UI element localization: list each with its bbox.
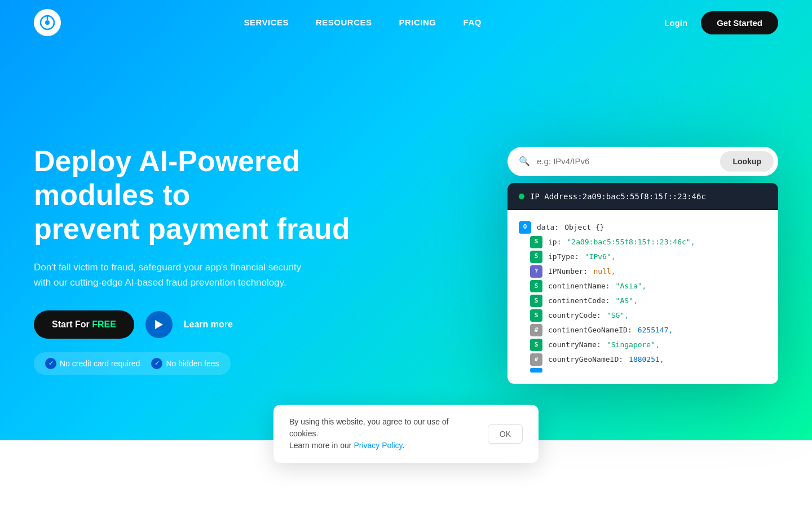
free-label: FREE [92, 319, 116, 329]
learn-more-button[interactable]: Learn more [184, 319, 233, 330]
json-row-continentcode: S continentCode: "AS", [519, 295, 767, 307]
hero-cta: Start For FREE Learn more [34, 310, 361, 339]
login-button[interactable]: Login [664, 18, 687, 28]
hero-widget: 🔍 Lookup IP Address:2a09:bac5:55f8:15f::… [383, 135, 778, 384]
ip-search-bar: 🔍 Lookup [508, 147, 778, 176]
ip-result-body: O data: Object {} S ip: "2a09:bac5:55f8:… [508, 210, 778, 384]
more-indicator [530, 368, 542, 373]
hero-subtitle: Don't fall victim to fraud, safeguard yo… [34, 260, 304, 290]
json-row-ipnumber: ? IPNumber: null, [519, 265, 767, 278]
trust-badges: ✓ No credit card required ✓ No hidden fe… [34, 352, 231, 375]
nav-actions: Login Get Started [664, 11, 778, 34]
nav-resources[interactable]: RESOURCES [316, 17, 372, 27]
json-row-countrycode: S countryCode: "SG", [519, 309, 767, 322]
svg-marker-3 [155, 320, 163, 329]
check-icon-2: ✓ [151, 358, 162, 369]
lookup-button[interactable]: Lookup [720, 151, 774, 172]
ip-search-input[interactable] [537, 156, 713, 166]
json-row-contgeonameid: # continentGeoNameID: 6255147, [519, 324, 767, 336]
json-row-countryname: S countryName: "Singapore", [519, 339, 767, 351]
svg-point-1 [45, 20, 50, 25]
badge-no-card: ✓ No credit card required [45, 358, 140, 369]
get-started-button[interactable]: Get Started [701, 11, 778, 34]
search-icon: 🔍 [519, 156, 530, 167]
check-icon-1: ✓ [45, 358, 56, 369]
badge-no-fees: ✓ No hidden fees [151, 358, 219, 369]
badge-s-countryname: S [530, 339, 542, 351]
cookie-banner: By using this website, you agree to our … [273, 405, 539, 463]
badge-s-iptype: S [530, 251, 542, 263]
badge-s-countrycode: S [530, 309, 542, 322]
badge-s-ip: S [530, 236, 542, 248]
json-row-iptype: S ipType: "IPv6", [519, 251, 767, 263]
badge-q-ipnumber: ? [530, 265, 542, 278]
json-row-data: O data: Object {} [519, 221, 767, 234]
badge-s-contcode: S [530, 295, 542, 307]
start-free-button[interactable]: Start For FREE [34, 310, 134, 339]
nav-links: SERVICES RESOURCES PRICING FAQ [244, 17, 481, 28]
badge-o-data: O [519, 221, 531, 234]
nav-faq[interactable]: FAQ [464, 17, 482, 27]
json-row-continentname: S continentName: "Asia", [519, 280, 767, 292]
badge-h-countrygeonameid: # [530, 353, 542, 366]
logo[interactable] [34, 9, 61, 36]
ip-address-display: IP Address:2a09:bac5:55f8:15f::23:46c [530, 192, 706, 201]
privacy-policy-link[interactable]: Privacy Policy [354, 441, 402, 450]
badge-s-contname: S [530, 280, 542, 292]
play-button[interactable] [145, 311, 173, 338]
status-dot [519, 194, 524, 199]
json-row-countrygeonameid: # countryGeoNameID: 1880251, [519, 353, 767, 366]
navigation: SERVICES RESOURCES PRICING FAQ Login Get… [0, 0, 812, 45]
ip-lookup-widget: 🔍 Lookup IP Address:2a09:bac5:55f8:15f::… [508, 147, 778, 384]
json-row-more [519, 368, 767, 373]
ip-result-header: IP Address:2a09:bac5:55f8:15f::23:46c [508, 183, 778, 210]
cookie-ok-button[interactable]: OK [488, 424, 523, 444]
cookie-message: By using this website, you agree to our … [289, 416, 479, 452]
json-row-ip: S ip: "2a09:bac5:55f8:15f::23:46c", [519, 236, 767, 248]
hero-title: Deploy AI-Powered modules toprevent paym… [34, 144, 361, 246]
hero-section: Deploy AI-Powered modules toprevent paym… [0, 45, 812, 440]
nav-services[interactable]: SERVICES [244, 17, 289, 27]
logo-icon [34, 9, 61, 36]
badge-h-contgeonameid: # [530, 324, 542, 336]
nav-pricing[interactable]: PRICING [399, 17, 436, 27]
hero-content: Deploy AI-Powered modules toprevent paym… [34, 144, 361, 375]
